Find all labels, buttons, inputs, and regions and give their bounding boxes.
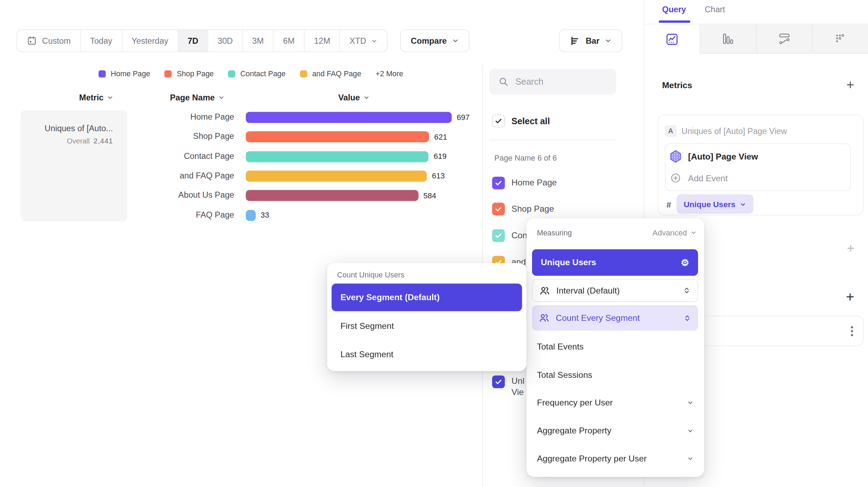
checkbox[interactable] bbox=[492, 176, 505, 189]
measuring-option[interactable]: Frequency per User bbox=[537, 396, 693, 409]
stepper-icon bbox=[683, 314, 691, 322]
compare-button[interactable]: Compare bbox=[400, 29, 469, 52]
measuring-param-interval[interactable]: Interval (Default) bbox=[532, 279, 698, 302]
kebab-menu-icon[interactable] bbox=[851, 325, 853, 338]
segment-option-selected[interactable]: Every Segment (Default) bbox=[332, 283, 522, 311]
active-tab-underline bbox=[659, 21, 690, 23]
measuring-option[interactable]: Total Sessions bbox=[537, 369, 693, 381]
measurement-pill[interactable]: Unique Users bbox=[676, 195, 754, 214]
measuring-option[interactable]: Aggregate Property bbox=[537, 425, 693, 437]
filter-item-clipped[interactable]: Unl Vie bbox=[492, 375, 524, 397]
search-box[interactable] bbox=[489, 69, 616, 94]
gear-icon[interactable]: ⚙ bbox=[681, 258, 689, 267]
add-breakdown-button[interactable]: + bbox=[846, 290, 854, 304]
flows-icon bbox=[777, 31, 791, 46]
app-root: CustomTodayYesterday7D30D3M6M12MXTD Comp… bbox=[0, 0, 868, 487]
select-all-checkbox[interactable] bbox=[492, 115, 505, 127]
filter-item[interactable]: Shop Page bbox=[492, 203, 554, 215]
date-range-xtd[interactable]: XTD bbox=[340, 30, 387, 51]
date-range-control: CustomTodayYesterday7D30D3M6M12MXTD bbox=[16, 29, 387, 52]
column-header-page-name[interactable]: Page Name bbox=[170, 92, 225, 102]
divider bbox=[489, 140, 616, 140]
bar[interactable] bbox=[246, 151, 429, 162]
legend-item[interactable]: Home Page bbox=[99, 70, 150, 78]
line-chart-icon bbox=[665, 32, 679, 46]
bar-value-label: 697 bbox=[457, 112, 470, 123]
chart-legend: Home PageShop PageContact Pageand FAQ Pa… bbox=[99, 69, 403, 78]
chart-type-button[interactable]: Bar bbox=[559, 29, 622, 52]
legend-item[interactable]: Contact Page bbox=[228, 70, 285, 78]
column-chart-icon bbox=[721, 31, 735, 46]
segment-option[interactable]: Last Segment bbox=[340, 348, 393, 361]
date-range-yesterday[interactable]: Yesterday bbox=[122, 30, 178, 51]
legend-swatch bbox=[300, 70, 307, 77]
select-all-row[interactable]: Select all bbox=[492, 115, 550, 127]
chevron-down-icon bbox=[687, 428, 693, 434]
metric-card-title: Uniques of [Auto] Page View bbox=[682, 126, 787, 136]
event-hexagon-icon bbox=[670, 150, 681, 163]
check-icon bbox=[495, 178, 503, 187]
measuring-option[interactable]: Aggregate Property per User bbox=[537, 452, 693, 465]
legend-item[interactable]: Shop Page bbox=[165, 70, 214, 78]
bar[interactable] bbox=[246, 190, 418, 201]
bar[interactable] bbox=[246, 132, 429, 143]
search-input[interactable] bbox=[515, 77, 604, 86]
legend-label: Home Page bbox=[111, 70, 150, 78]
metric-overall: Overall2,441 bbox=[0, 137, 113, 145]
chevron-down-icon bbox=[687, 399, 693, 406]
tab-retention[interactable] bbox=[812, 24, 868, 54]
checkbox[interactable] bbox=[492, 375, 505, 388]
chevron-down-icon bbox=[740, 201, 747, 207]
param-label: Count Every Segment bbox=[556, 313, 640, 323]
date-range-label: Custom bbox=[42, 36, 71, 45]
date-range-12m[interactable]: 12M bbox=[304, 30, 340, 51]
add-filter-button[interactable]: + bbox=[847, 242, 854, 255]
legend-more[interactable]: +2 More bbox=[376, 70, 403, 78]
tab-query[interactable]: Query bbox=[662, 5, 686, 14]
measuring-selected-option[interactable]: Unique Users ⚙ bbox=[532, 249, 698, 276]
checkbox[interactable] bbox=[492, 229, 505, 242]
measuring-popup-title: Measuring bbox=[537, 228, 572, 237]
add-event-label: Add Event bbox=[688, 173, 728, 183]
legend-label: Shop Page bbox=[177, 70, 214, 78]
circle-plus-icon bbox=[670, 172, 681, 184]
add-event-row[interactable]: Add Event bbox=[670, 172, 727, 184]
stepper-icon bbox=[683, 286, 691, 295]
advanced-toggle[interactable]: Advanced bbox=[653, 228, 697, 237]
segment-option[interactable]: First Segment bbox=[340, 320, 394, 332]
tab-flows[interactable] bbox=[756, 24, 812, 54]
metric-overall-value: 2,441 bbox=[93, 137, 113, 145]
column-header-metric[interactable]: Metric bbox=[79, 92, 113, 102]
filter-item-label: Home Page bbox=[512, 178, 557, 188]
segment-popup-title: Count Unique Users bbox=[337, 271, 404, 279]
measuring-param-segment-count[interactable]: Count Every Segment bbox=[532, 305, 698, 331]
date-range-6m[interactable]: 6M bbox=[273, 30, 304, 51]
add-metric-button[interactable]: + bbox=[846, 78, 854, 91]
param-label: Interval (Default) bbox=[556, 285, 620, 295]
filter-item[interactable]: Home Page bbox=[492, 176, 557, 189]
calendar-icon bbox=[27, 35, 37, 46]
date-range-today[interactable]: Today bbox=[80, 30, 122, 51]
bar[interactable] bbox=[246, 210, 256, 221]
bar-row-label: About Us Page bbox=[133, 190, 234, 199]
checkbox[interactable] bbox=[492, 203, 505, 215]
tab-chart[interactable]: Chart bbox=[705, 5, 725, 14]
bar[interactable] bbox=[246, 170, 427, 182]
legend-swatch bbox=[99, 70, 106, 77]
chevron-down-icon bbox=[605, 37, 612, 44]
measuring-option[interactable]: Total Events bbox=[537, 340, 693, 353]
date-range-custom[interactable]: Custom bbox=[17, 30, 80, 51]
event-row[interactable]: [Auto] Page View bbox=[670, 150, 758, 163]
legend-label: Contact Page bbox=[240, 70, 286, 78]
tab-insights[interactable] bbox=[645, 24, 700, 54]
date-range-3m[interactable]: 3M bbox=[242, 30, 273, 51]
date-range-30d[interactable]: 30D bbox=[208, 30, 242, 51]
bar[interactable] bbox=[246, 112, 452, 123]
chart-type-label: Bar bbox=[586, 36, 600, 45]
tab-funnels[interactable] bbox=[700, 24, 756, 54]
date-range-label: Yesterday bbox=[131, 36, 168, 45]
date-range-7d[interactable]: 7D bbox=[178, 30, 208, 51]
legend-item[interactable]: and FAQ Page bbox=[300, 70, 361, 78]
bar-value-label: 619 bbox=[434, 151, 447, 162]
column-header-value[interactable]: Value bbox=[338, 92, 370, 102]
